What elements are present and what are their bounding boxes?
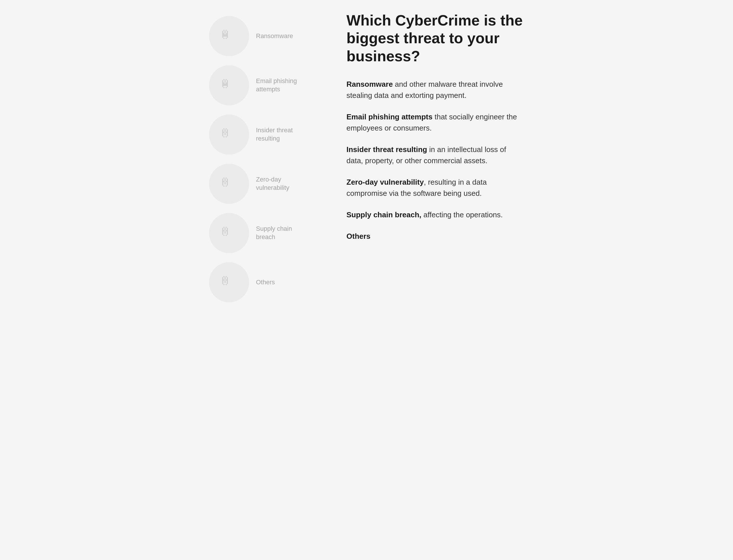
svg-rect-4 — [227, 31, 228, 32]
icon-circle-supply-chain — [209, 213, 249, 253]
svg-rect-127 — [223, 279, 224, 281]
svg-rect-33 — [227, 81, 228, 82]
description-ransomware-text: Ransomware and other malware threat invo… — [346, 79, 524, 101]
icon-circle-email-phishing — [209, 65, 249, 105]
description-insider-threat-bold: Insider threat resulting — [346, 145, 427, 154]
list-item-others[interactable]: Others — [209, 258, 329, 307]
svg-rect-97 — [226, 227, 227, 228]
svg-rect-47 — [227, 85, 228, 86]
svg-rect-131 — [224, 281, 226, 282]
svg-rect-10 — [226, 33, 227, 34]
svg-rect-56 — [227, 129, 228, 131]
svg-rect-1 — [226, 30, 227, 31]
svg-rect-36 — [226, 82, 227, 84]
list-item-zero-day[interactable]: Zero-day vulnerability — [209, 159, 329, 208]
description-zero-day-text: Zero-day vulnerability, resulting in a d… — [346, 177, 524, 199]
svg-rect-105 — [223, 230, 224, 231]
svg-rect-76 — [222, 179, 223, 180]
description-email-phishing-bold: Email phishing attempts — [346, 113, 433, 121]
svg-rect-121 — [224, 277, 226, 278]
svg-rect-59 — [227, 131, 228, 132]
svg-rect-28 — [222, 80, 223, 81]
svg-rect-45 — [224, 85, 226, 86]
svg-rect-103 — [227, 229, 228, 230]
svg-rect-19 — [224, 36, 226, 37]
sidebar-label-insider-threat: Insider threat resulting — [256, 126, 302, 143]
svg-rect-117 — [226, 235, 227, 236]
description-ransomware-bold: Ransomware — [346, 80, 393, 88]
svg-rect-61 — [223, 132, 224, 133]
svg-rect-96 — [223, 227, 224, 228]
svg-rect-15 — [226, 34, 227, 36]
svg-rect-65 — [224, 133, 226, 134]
svg-rect-99 — [224, 228, 226, 229]
list-item-insider-threat[interactable]: Insider threat resulting — [209, 110, 329, 159]
svg-rect-77 — [224, 179, 226, 180]
svg-rect-108 — [222, 231, 223, 232]
description-ransomware: Ransomware and other malware threat invo… — [346, 79, 524, 101]
svg-rect-27 — [226, 79, 227, 80]
sidebar-label-supply-chain: Supply chain breach — [256, 225, 302, 241]
svg-rect-14 — [224, 34, 226, 36]
description-zero-day: Zero-day vulnerability, resulting in a d… — [346, 177, 524, 199]
svg-rect-104 — [222, 230, 223, 231]
svg-rect-26 — [223, 79, 224, 80]
svg-rect-128 — [226, 279, 227, 281]
svg-rect-134 — [224, 282, 226, 283]
svg-rect-21 — [227, 36, 228, 37]
ghost-icon-supply-chain — [220, 224, 238, 242]
svg-rect-12 — [222, 34, 223, 36]
icon-circle-insider-threat — [209, 115, 249, 155]
svg-rect-90 — [224, 183, 226, 184]
svg-rect-70 — [222, 135, 223, 136]
svg-rect-102 — [224, 229, 226, 230]
svg-rect-41 — [226, 84, 227, 85]
svg-rect-115 — [227, 234, 228, 235]
svg-rect-20 — [226, 36, 227, 37]
svg-rect-34 — [222, 82, 223, 84]
svg-rect-130 — [222, 281, 223, 282]
svg-rect-107 — [227, 230, 228, 231]
svg-rect-58 — [224, 131, 226, 132]
svg-rect-66 — [227, 133, 228, 134]
svg-rect-54 — [222, 129, 223, 131]
svg-rect-48 — [222, 86, 223, 87]
svg-rect-2 — [222, 31, 223, 32]
svg-rect-22 — [222, 37, 223, 38]
svg-rect-39 — [223, 84, 224, 85]
svg-rect-82 — [222, 181, 223, 182]
svg-rect-118 — [223, 276, 224, 277]
svg-rect-74 — [223, 178, 224, 179]
svg-rect-16 — [227, 34, 228, 36]
description-others: Others — [346, 231, 524, 242]
svg-rect-9 — [223, 33, 224, 34]
svg-rect-80 — [224, 180, 226, 181]
svg-rect-23 — [227, 37, 228, 38]
description-others-bold: Others — [346, 232, 371, 240]
list-item-ransomware[interactable]: Ransomware — [209, 11, 329, 61]
svg-rect-7 — [227, 32, 228, 33]
svg-rect-37 — [227, 82, 228, 84]
svg-rect-13 — [223, 34, 224, 36]
list-item-email-phishing[interactable]: Email phishing attempts — [209, 61, 329, 110]
svg-rect-88 — [227, 182, 228, 183]
description-supply-chain: Supply chain breach, affecting the opera… — [346, 209, 524, 220]
svg-rect-43 — [222, 85, 223, 86]
svg-rect-98 — [222, 228, 223, 229]
svg-rect-3 — [224, 31, 226, 32]
svg-rect-101 — [222, 229, 223, 230]
svg-rect-116 — [223, 235, 224, 236]
description-supply-chain-text: Supply chain breach, affecting the opera… — [346, 209, 524, 220]
svg-rect-112 — [224, 232, 226, 234]
list-item-supply-chain[interactable]: Supply chain breach — [209, 208, 329, 258]
svg-rect-111 — [222, 232, 223, 234]
svg-rect-72 — [223, 136, 224, 137]
svg-rect-8 — [222, 33, 223, 34]
svg-rect-67 — [222, 134, 223, 135]
svg-rect-122 — [227, 277, 228, 278]
svg-rect-49 — [227, 86, 228, 87]
description-supply-chain-bold: Supply chain breach, — [346, 210, 421, 219]
svg-rect-38 — [222, 84, 223, 85]
svg-rect-0 — [223, 30, 224, 31]
svg-rect-132 — [227, 281, 228, 282]
